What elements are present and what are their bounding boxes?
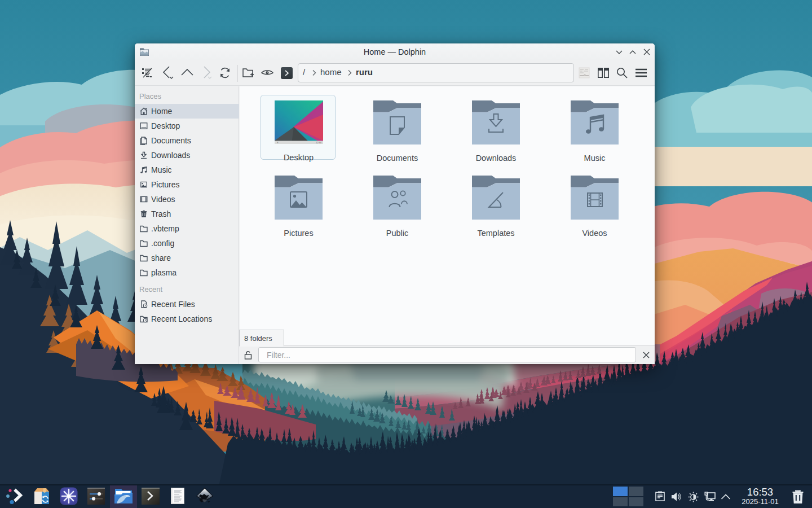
svg-text:12:34: 12:34 [316, 141, 322, 144]
